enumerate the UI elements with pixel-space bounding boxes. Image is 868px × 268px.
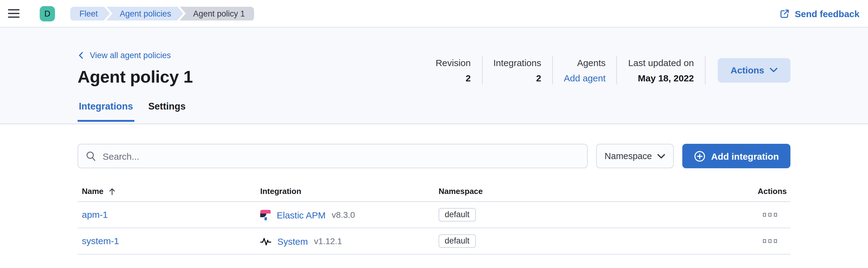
- integration-version: v8.3.0: [332, 210, 355, 220]
- policy-name-cell: system-1: [78, 236, 260, 247]
- stat-value: May 18, 2022: [628, 73, 694, 83]
- table-header-row: Name Integration Namespace Actions: [78, 187, 790, 202]
- integration-link[interactable]: Elastic APM: [277, 210, 326, 220]
- breadcrumb-fleet[interactable]: Fleet: [70, 6, 110, 21]
- page-header: View all agent policies Agent policy 1 R…: [0, 28, 868, 124]
- main-content: Namespace Add in: [0, 124, 868, 254]
- breadcrumb: Fleet Agent policies Agent policy 1: [70, 6, 254, 21]
- elastic-apm-icon: [260, 210, 271, 220]
- stat-label: Revision: [436, 57, 471, 68]
- namespace-cell: default: [439, 208, 705, 221]
- namespace-badge: default: [439, 234, 475, 248]
- search-icon: [86, 151, 96, 162]
- integration-policy-link[interactable]: system-1: [82, 236, 119, 246]
- stat-label: Agents: [564, 57, 606, 68]
- breadcrumb-agent-policies[interactable]: Agent policies: [106, 6, 183, 21]
- stat-integrations: Integrations 2: [482, 57, 552, 83]
- column-header-label: Name: [82, 187, 103, 196]
- menu-icon[interactable]: [8, 6, 24, 21]
- search-box: [78, 144, 588, 168]
- stat-revision: Revision 2: [425, 57, 482, 83]
- table-row: apm-1 Elastic APM v8.3.0 default: [78, 202, 790, 228]
- stat-last-updated: Last updated on May 18, 2022: [617, 57, 705, 83]
- add-integration-button[interactable]: Add integration: [682, 144, 790, 168]
- table-row: system-1 System v1.12.1 default: [78, 228, 790, 254]
- add-integration-label: Add integration: [711, 151, 779, 161]
- policy-stats: Revision 2 Integrations 2 Agents Add age…: [425, 56, 790, 84]
- chevron-down-icon: [657, 153, 665, 159]
- actions-button[interactable]: Actions: [718, 58, 790, 82]
- send-feedback-label: Send feedback: [795, 8, 860, 19]
- external-link-icon: [779, 8, 790, 19]
- divider: [705, 56, 706, 84]
- integrations-toolbar: Namespace Add in: [78, 124, 790, 168]
- space-avatar[interactable]: D: [40, 6, 55, 21]
- back-link-label: View all agent policies: [90, 51, 171, 60]
- header-tabs: Integrations Settings: [78, 101, 790, 122]
- integration-cell: System v1.12.1: [260, 236, 439, 246]
- actions-button-label: Actions: [731, 65, 764, 75]
- send-feedback-link[interactable]: Send feedback: [779, 8, 860, 19]
- app-viewport: D Fleet Agent policies Agent policy 1 Se…: [0, 0, 868, 268]
- breadcrumb-current-page: Agent policy 1: [180, 6, 254, 21]
- add-agent-link[interactable]: Add agent: [564, 73, 606, 83]
- row-actions-icon[interactable]: [762, 238, 778, 244]
- view-all-policies-link[interactable]: View all agent policies: [78, 51, 171, 60]
- sort-ascending-icon: [108, 187, 116, 195]
- system-pulse-icon: [260, 236, 271, 246]
- plus-circle-icon: [694, 150, 706, 162]
- namespace-filter-button[interactable]: Namespace: [596, 144, 674, 168]
- row-actions-icon[interactable]: [762, 212, 778, 218]
- stat-value: 2: [436, 73, 471, 83]
- stat-label: Last updated on: [628, 57, 694, 68]
- tab-integrations[interactable]: Integrations: [78, 101, 134, 122]
- tab-settings[interactable]: Settings: [147, 101, 187, 122]
- namespace-filter-label: Namespace: [605, 151, 652, 161]
- chevron-down-icon: [770, 67, 778, 73]
- integration-policy-link[interactable]: apm-1: [82, 209, 108, 220]
- stat-value: 2: [493, 73, 541, 83]
- integration-link[interactable]: System: [277, 236, 308, 246]
- stat-label: Integrations: [493, 57, 541, 68]
- chevron-left-icon: [78, 51, 84, 59]
- column-header-namespace: Namespace: [439, 187, 705, 196]
- integration-version: v1.12.1: [314, 236, 342, 246]
- column-header-integration: Integration: [260, 187, 439, 196]
- integration-cell: Elastic APM v8.3.0: [260, 210, 439, 220]
- column-header-name[interactable]: Name: [78, 187, 260, 196]
- actions-cell: [705, 238, 790, 244]
- search-input[interactable]: [103, 151, 580, 161]
- top-bar: D Fleet Agent policies Agent policy 1 Se…: [0, 0, 868, 28]
- stat-agents: Agents Add agent: [553, 57, 617, 83]
- column-header-actions: Actions: [705, 187, 790, 196]
- policy-name-cell: apm-1: [78, 209, 260, 220]
- namespace-badge: default: [439, 208, 475, 221]
- page-title: Agent policy 1: [78, 67, 425, 87]
- namespace-cell: default: [439, 234, 705, 248]
- integrations-table: Name Integration Namespace Actions: [78, 187, 790, 254]
- actions-cell: [705, 212, 790, 218]
